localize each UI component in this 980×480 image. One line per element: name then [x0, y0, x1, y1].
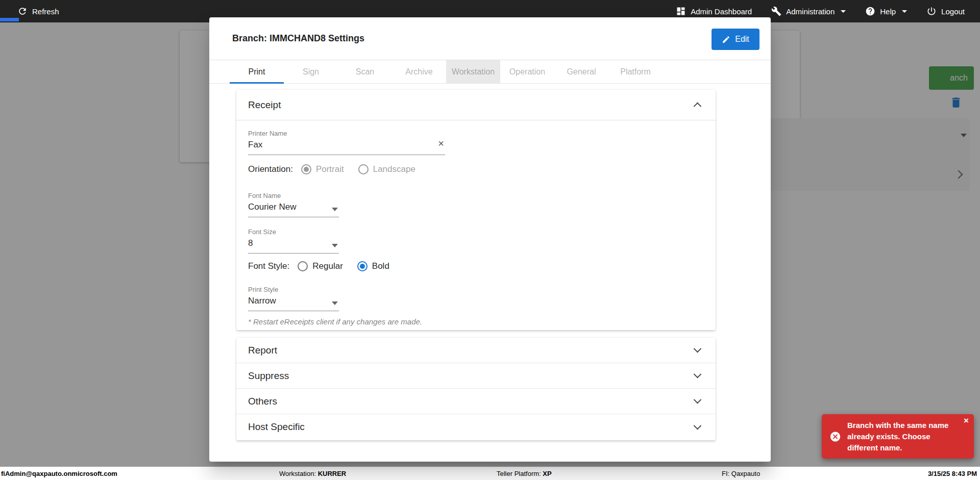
- orientation-portrait-option[interactable]: Portrait: [301, 164, 344, 174]
- toast-message: Branch with the same name already exists…: [847, 420, 961, 453]
- tab-general[interactable]: General: [554, 60, 608, 83]
- tab-label: Archive: [405, 67, 432, 77]
- regular-label: Regular: [312, 261, 343, 271]
- clear-icon[interactable]: ×: [438, 138, 444, 148]
- portrait-label: Portrait: [316, 164, 344, 174]
- fi-value: Qaxpauto: [731, 470, 760, 477]
- bold-label: Bold: [372, 261, 389, 271]
- receipt-panel: Receipt Printer Name Fax × Orientation:: [236, 90, 716, 330]
- edit-button[interactable]: Edit: [712, 29, 760, 50]
- administration-label: Administration: [786, 7, 835, 16]
- font-size-text: 8: [248, 238, 253, 248]
- help-menu[interactable]: Help: [865, 6, 907, 16]
- receipt-panel-body: Printer Name Fax × Orientation: Portrait: [236, 120, 716, 330]
- refresh-button[interactable]: Refresh: [17, 6, 59, 16]
- suppress-panel-header[interactable]: Suppress: [236, 363, 716, 389]
- tab-platform[interactable]: Platform: [608, 60, 663, 83]
- radio-icon: [357, 261, 368, 271]
- printer-name-value: Fax ×: [248, 140, 445, 155]
- tab-label: Workstation: [452, 67, 495, 77]
- admin-dashboard-label: Admin Dashboard: [691, 7, 752, 16]
- tab-archive[interactable]: Archive: [392, 60, 446, 83]
- fi-info: FI: Qaxpauto: [722, 470, 760, 477]
- platform-value: XP: [543, 470, 551, 477]
- receipt-panel-title: Receipt: [248, 99, 281, 111]
- tab-label: General: [567, 67, 596, 77]
- font-style-bold-option[interactable]: Bold: [357, 261, 389, 271]
- font-name-label: Font Name: [248, 192, 339, 199]
- host-specific-panel-title: Host Specific: [248, 421, 305, 433]
- tab-content: Receipt Printer Name Fax × Orientation:: [209, 84, 771, 462]
- font-name-select[interactable]: Font Name Courier New: [248, 192, 339, 217]
- print-style-label: Print Style: [248, 286, 339, 293]
- print-style-select[interactable]: Print Style Narrow: [248, 286, 339, 311]
- font-style-regular-option[interactable]: Regular: [298, 261, 343, 271]
- workstation-value: KURRER: [318, 470, 347, 477]
- report-panel-header[interactable]: Report: [236, 338, 716, 363]
- dialog-title: Branch: IMMCHAND8 Settings: [232, 33, 364, 44]
- expand-icon: [694, 370, 702, 378]
- settings-tabbar: Print Sign Scan Archive Workstation Oper…: [209, 60, 771, 84]
- admin-dashboard-button[interactable]: Admin Dashboard: [676, 6, 752, 16]
- tab-workstation[interactable]: Workstation: [446, 60, 500, 83]
- others-panel-title: Others: [248, 396, 277, 407]
- dropdown-arrow-icon: [332, 301, 338, 305]
- orientation-landscape-option[interactable]: Landscape: [358, 164, 415, 174]
- dialog-header: Branch: IMMCHAND8 Settings Edit: [209, 17, 771, 60]
- host-specific-panel-header[interactable]: Host Specific: [236, 414, 716, 440]
- printer-name-text: Fax: [248, 140, 262, 149]
- page: IMMC anch Refresh: [0, 0, 980, 480]
- refresh-icon: [17, 6, 28, 16]
- tab-label: Operation: [509, 67, 545, 77]
- status-bar: fiAdmin@qaxpauto.onmicrosoft.com Worksta…: [0, 467, 980, 480]
- tab-label: Sign: [303, 67, 319, 77]
- radio-icon: [298, 261, 308, 271]
- workstation-info: Workstation: KURRER: [279, 470, 346, 477]
- tab-operation[interactable]: Operation: [500, 60, 554, 83]
- restart-note: * Restart eReceipts client if any change…: [248, 317, 422, 326]
- topbar-right: Admin Dashboard Administration Help: [676, 6, 965, 16]
- logout-button[interactable]: Logout: [926, 6, 965, 16]
- font-style-group: Font Style: Regular Bold: [248, 261, 404, 271]
- active-tab-indicator: [230, 82, 284, 84]
- print-style-value: Narrow: [248, 296, 339, 311]
- administration-menu[interactable]: Administration: [771, 6, 846, 16]
- chevron-down-icon: [902, 10, 907, 13]
- edit-button-label: Edit: [735, 35, 749, 44]
- collapse-icon: [694, 103, 702, 111]
- close-icon[interactable]: ×: [964, 416, 969, 426]
- report-panel-title: Report: [248, 345, 277, 356]
- logout-label: Logout: [941, 7, 965, 16]
- dropdown-arrow-icon: [332, 208, 338, 211]
- orientation-label: Orientation:: [248, 164, 293, 174]
- others-panel-header[interactable]: Others: [236, 389, 716, 414]
- help-label: Help: [880, 7, 896, 16]
- tab-scan[interactable]: Scan: [338, 60, 392, 83]
- help-icon: [865, 6, 875, 16]
- font-size-value: 8: [248, 238, 339, 254]
- printer-name-field[interactable]: Printer Name Fax ×: [248, 130, 445, 155]
- receipt-panel-header[interactable]: Receipt: [236, 90, 716, 120]
- font-style-label: Font Style:: [248, 261, 289, 271]
- font-size-select[interactable]: Font Size 8: [248, 228, 339, 254]
- teller-platform-info: Teller Platform: XP: [497, 470, 552, 477]
- error-toast: Branch with the same name already exists…: [822, 414, 974, 459]
- printer-name-label: Printer Name: [248, 130, 445, 137]
- platform-label: Teller Platform:: [497, 470, 543, 477]
- tab-label: Print: [249, 67, 265, 77]
- fi-label: FI:: [722, 470, 731, 477]
- expand-icon: [694, 345, 702, 353]
- chevron-down-icon: [841, 10, 846, 13]
- tab-sign[interactable]: Sign: [284, 60, 338, 83]
- print-style-text: Narrow: [248, 296, 276, 306]
- refresh-label: Refresh: [32, 7, 59, 16]
- font-name-value: Courier New: [248, 202, 339, 217]
- expand-icon: [694, 396, 702, 404]
- tab-print[interactable]: Print: [230, 60, 284, 83]
- workstation-label: Workstation:: [279, 470, 318, 477]
- power-icon: [926, 6, 937, 16]
- pencil-icon: [722, 35, 730, 44]
- suppress-panel-title: Suppress: [248, 370, 289, 382]
- font-name-text: Courier New: [248, 202, 296, 212]
- orientation-group: Orientation: Portrait Landscape: [248, 164, 430, 174]
